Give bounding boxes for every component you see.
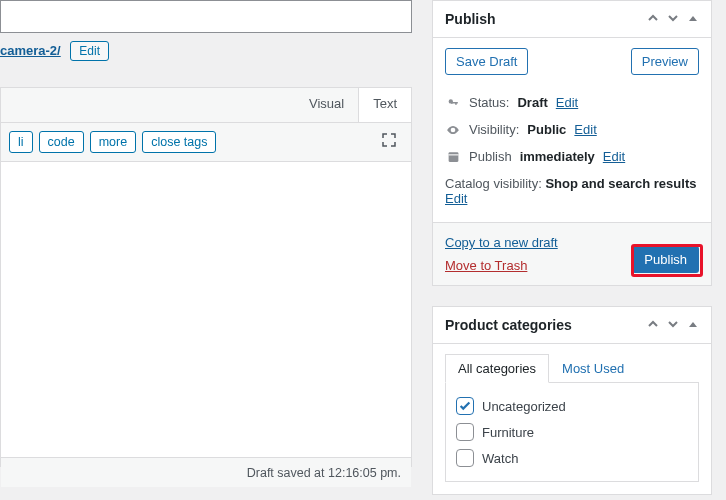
close-tags-button[interactable]: close tags xyxy=(142,131,216,153)
list-item[interactable]: Uncategorized xyxy=(456,393,688,419)
catalog-line: Catalog visibility: Shop and search resu… xyxy=(445,170,699,212)
permalink-slug[interactable]: camera-2/ xyxy=(0,43,61,58)
editor-toolbar: li code more close tags xyxy=(1,123,411,162)
category-list: Uncategorized Furniture Watch xyxy=(445,382,699,482)
edit-status-link[interactable]: Edit xyxy=(556,95,578,110)
move-to-trash-link[interactable]: Move to Trash xyxy=(445,258,527,273)
tab-text[interactable]: Text xyxy=(358,88,411,122)
save-draft-button[interactable]: Save Draft xyxy=(445,48,528,75)
publish-title: Publish xyxy=(445,11,496,27)
preview-button[interactable]: Preview xyxy=(631,48,699,75)
checkbox[interactable] xyxy=(456,423,474,441)
chevron-down-icon[interactable] xyxy=(667,318,679,333)
checkbox[interactable] xyxy=(456,449,474,467)
editor: Visual Text li code more close tags Draf… xyxy=(0,87,412,467)
chevron-up-icon[interactable] xyxy=(647,12,659,27)
categories-box: Product categories All categories Most U… xyxy=(432,306,712,495)
schedule-line: Publish immediately Edit xyxy=(445,143,699,170)
editor-textarea[interactable] xyxy=(1,162,411,457)
edit-schedule-link[interactable]: Edit xyxy=(603,149,625,164)
key-icon xyxy=(445,96,461,109)
more-button[interactable]: more xyxy=(90,131,136,153)
edit-catalog-link[interactable]: Edit xyxy=(445,191,467,206)
editor-tabs: Visual Text xyxy=(1,88,411,123)
collapse-icon[interactable] xyxy=(687,318,699,333)
edit-slug-button[interactable]: Edit xyxy=(70,41,109,61)
permalink: camera-2/ Edit xyxy=(0,41,422,61)
chevron-up-icon[interactable] xyxy=(647,318,659,333)
checkbox[interactable] xyxy=(456,397,474,415)
editor-footer: Draft saved at 12:16:05 pm. xyxy=(1,457,411,487)
tab-visual[interactable]: Visual xyxy=(295,88,358,122)
publish-box: Publish Save Draft Preview xyxy=(432,0,712,286)
tab-most-used[interactable]: Most Used xyxy=(549,354,637,383)
li-button[interactable]: li xyxy=(9,131,33,153)
code-button[interactable]: code xyxy=(39,131,84,153)
categories-title: Product categories xyxy=(445,317,572,333)
tab-all-categories[interactable]: All categories xyxy=(445,354,549,383)
visibility-line: Visibility: Public Edit xyxy=(445,116,699,143)
publish-button[interactable]: Publish xyxy=(632,246,699,273)
eye-icon xyxy=(445,123,461,137)
list-item[interactable]: Watch xyxy=(456,445,688,471)
chevron-down-icon[interactable] xyxy=(667,12,679,27)
collapse-icon[interactable] xyxy=(687,12,699,27)
calendar-icon xyxy=(445,150,461,163)
edit-visibility-link[interactable]: Edit xyxy=(574,122,596,137)
fullscreen-icon[interactable] xyxy=(381,132,397,152)
status-line: Status: Draft Edit xyxy=(445,89,699,116)
title-input[interactable] xyxy=(0,0,412,33)
list-item[interactable]: Furniture xyxy=(456,419,688,445)
